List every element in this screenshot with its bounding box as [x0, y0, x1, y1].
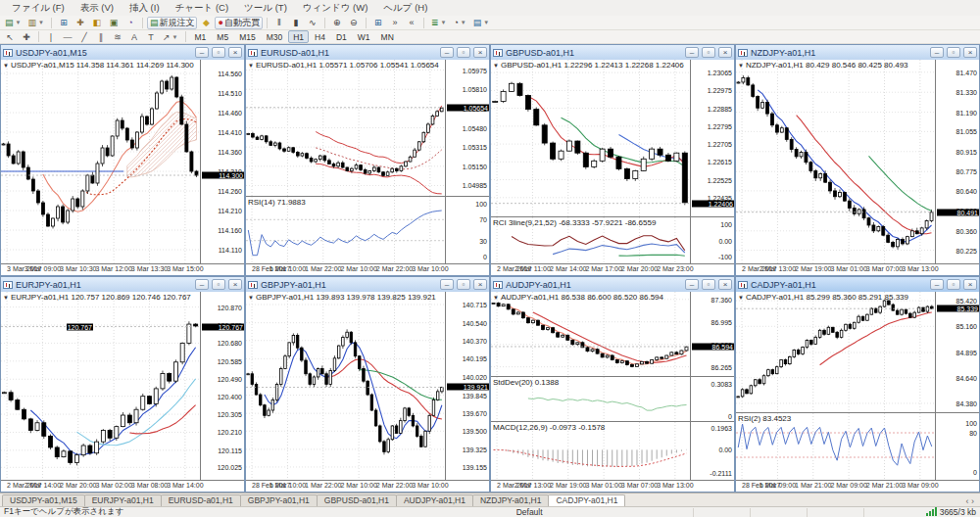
minimize-button[interactable]: –	[930, 47, 944, 58]
horizontal-line-button[interactable]: —	[60, 30, 75, 43]
chart-tab-nzdjpy-a01[interactable]: NZDJPY-a01,H1	[472, 494, 550, 506]
profiles-button[interactable]: ▥▼	[24, 17, 46, 29]
new-order-button[interactable]: ▤新規注文	[147, 17, 198, 29]
chart-canvas[interactable]: 120.767▼EURJPY-a01,H1 120.757 120.869 12…	[1, 292, 200, 480]
timeframe-mn-button[interactable]: MN	[376, 30, 399, 43]
menu-item-view[interactable]: 表示 (V)	[74, 1, 121, 16]
menu-item-help[interactable]: ヘルプ (H)	[376, 1, 434, 16]
chart-window-titlebar[interactable]: GBPJPY-a01,H1 – ▫ ×	[246, 277, 489, 292]
text-label-button[interactable]: T	[143, 30, 159, 43]
chart-tab-gbpjpy-a01[interactable]: GBPJPY-a01,H1	[240, 494, 318, 506]
price-axis[interactable]: 0.30830	[690, 377, 734, 421]
close-button[interactable]: ×	[963, 47, 977, 58]
time-axis[interactable]: 2 Mar 20172 Mar 13:002 Mar 19:003 Mar 01…	[736, 264, 979, 275]
bar-chart-button[interactable]: ǁ	[271, 17, 287, 29]
equidistant-channel-button[interactable]: ∥	[93, 30, 109, 43]
collapse-arrow-icon[interactable]: ▼	[493, 63, 499, 69]
fibonacci-button[interactable]: ≋	[110, 30, 125, 43]
time-axis[interactable]: 2 Mar 20172 Mar 13:002 Mar 19:003 Mar 01…	[491, 481, 734, 492]
close-button[interactable]: ×	[718, 47, 732, 58]
time-axis[interactable]: 2 Mar 20172 Mar 11:002 Mar 14:002 Mar 17…	[491, 264, 734, 275]
price-axis[interactable]: 120.870120.775120.680120.585120.490120.4…	[200, 292, 244, 480]
timeframe-h4-button[interactable]: H4	[310, 30, 330, 43]
chart-canvas[interactable]: RCI 3line(9,21,52) -68.3333 -57.9221 -86…	[491, 217, 690, 263]
chart-window-titlebar[interactable]: CADJPY-a01,H1 – ▫ ×	[736, 277, 979, 292]
chart-tab-usdjpy-a01[interactable]: USDJPY-a01,M15	[2, 494, 85, 506]
price-axis[interactable]: 10070300	[445, 197, 489, 263]
periods-button[interactable]: ◔▼	[450, 17, 468, 29]
candle-chart-button[interactable]: ▮	[288, 17, 304, 29]
restore-button[interactable]: ▫	[947, 47, 960, 58]
chart-canvas[interactable]: MACD(12,26,9) -0.0973 -0.1578	[491, 422, 690, 480]
timeframe-m15-button[interactable]: M15	[234, 30, 261, 43]
chart-window-titlebar[interactable]: AUDJPY-a01,H1 – ▫ ×	[491, 277, 734, 292]
metaeditor-button[interactable]: ◆	[198, 17, 214, 29]
vertical-line-button[interactable]: |	[43, 30, 59, 43]
restore-button[interactable]: ▫	[212, 279, 225, 290]
chart-canvas[interactable]: ▼GBPUSD-a01,H1 1.22296 1.22413 1.22268 1…	[491, 60, 690, 216]
new-chart-button[interactable]: ▤▼	[2, 17, 24, 29]
collapse-arrow-icon[interactable]: ▼	[248, 295, 254, 301]
collapse-arrow-icon[interactable]: ▼	[493, 295, 499, 301]
close-button[interactable]: ×	[718, 279, 732, 290]
restore-button[interactable]: ▫	[702, 279, 715, 290]
time-axis[interactable]: 28 Feb 20171 Mar 10:001 Mar 22:002 Mar 1…	[246, 264, 489, 275]
menu-item-file[interactable]: ファイル (F)	[5, 1, 72, 16]
timeframe-m30-button[interactable]: M30	[262, 30, 288, 43]
chart-window-titlebar[interactable]: USDJPY-a01,M15 – ▫ ×	[1, 45, 244, 60]
restore-button[interactable]: ▫	[702, 47, 715, 58]
chart-tab-audjpy-a01[interactable]: AUDJPY-a01,H1	[396, 494, 473, 506]
market-watch-button[interactable]: ⊞	[56, 17, 72, 29]
collapse-arrow-icon[interactable]: ▼	[3, 63, 9, 69]
restore-button[interactable]: ▫	[457, 47, 470, 58]
timeframe-w1-button[interactable]: W1	[353, 30, 375, 43]
text-button[interactable]: A	[126, 30, 142, 43]
close-button[interactable]: ×	[473, 47, 487, 58]
minimize-button[interactable]: –	[195, 279, 209, 290]
close-button[interactable]: ×	[473, 279, 487, 290]
zoom-out-button[interactable]: ⊖	[346, 17, 362, 29]
price-axis[interactable]: 0.19630.00-0.2111	[690, 422, 734, 480]
menu-item-chart[interactable]: チャート (C)	[169, 1, 236, 16]
menu-item-window[interactable]: ウィンドウ (W)	[296, 1, 375, 16]
collapse-arrow-icon[interactable]: ▼	[248, 63, 254, 69]
navigator-button[interactable]: ◧	[89, 17, 105, 29]
chart-tab-cadjpy-a01[interactable]: CADJPY-a01,H1	[548, 494, 625, 506]
tab-scroll-arrows[interactable]: ‹ ›	[962, 496, 979, 506]
time-axis[interactable]: 2 Mar 20172 Mar 14:002 Mar 20:003 Mar 02…	[1, 481, 244, 492]
price-axis[interactable]: 140.715140.540140.370140.195140.020139.8…	[445, 292, 489, 480]
line-chart-button[interactable]: ∿	[305, 17, 320, 29]
chart-window-titlebar[interactable]: NZDJPY-a01,H1 – ▫ ×	[736, 45, 979, 60]
close-button[interactable]: ×	[963, 279, 977, 290]
templates-button[interactable]: ▤▼	[470, 17, 492, 29]
tile-windows-button[interactable]: ⊞	[370, 17, 386, 29]
price-axis[interactable]: 100800	[935, 413, 979, 480]
trendline-button[interactable]: ╱	[76, 30, 92, 43]
chart-tab-gbpusd-a01[interactable]: GBPUSD-a01,H1	[317, 494, 397, 506]
status-profile[interactable]: Default	[516, 507, 693, 517]
indicators-button[interactable]: ≣▼	[428, 17, 450, 29]
chart-tab-eurjpy-a01[interactable]: EURJPY-a01,H1	[84, 494, 162, 506]
price-axis[interactable]: 1.059751.058101.056451.054801.053151.051…	[445, 60, 489, 196]
price-axis[interactable]: 114.560114.510114.460114.410114.360114.3…	[200, 60, 244, 263]
timeframe-d1-button[interactable]: D1	[331, 30, 352, 43]
chart-canvas[interactable]: ▼NZDJPY-a01,H1 80.429 80.546 80.425 80.4…	[736, 60, 935, 263]
minimize-button[interactable]: –	[685, 279, 699, 290]
price-axis[interactable]: 1000.00-100	[690, 217, 734, 263]
minimize-button[interactable]: –	[440, 47, 454, 58]
minimize-button[interactable]: –	[195, 47, 209, 58]
minimize-button[interactable]: –	[440, 279, 454, 290]
minimize-button[interactable]: –	[685, 47, 699, 58]
zoom-in-button[interactable]: ⊕	[329, 17, 345, 29]
chart-canvas[interactable]: ▼AUDJPY-a01,H1 86.538 86.600 86.520 86.5…	[491, 292, 690, 376]
price-axis[interactable]: 85.42085.16084.89584.64084.38085.339	[935, 292, 979, 412]
time-axis[interactable]: 28 Feb 20171 Mar 09:001 Mar 21:002 Mar 0…	[736, 481, 979, 492]
arrows-button[interactable]: ↗▼	[160, 30, 181, 43]
close-button[interactable]: ×	[228, 47, 242, 58]
restore-button[interactable]: ▫	[947, 279, 960, 290]
chart-tab-eurusd-a01[interactable]: EURUSD-a01,H1	[161, 494, 241, 506]
collapse-arrow-icon[interactable]: ▼	[738, 295, 744, 301]
chart-window-titlebar[interactable]: EURJPY-a01,H1 – ▫ ×	[1, 277, 244, 292]
cursor-button[interactable]: ↖	[2, 30, 18, 43]
timeframe-h1-button[interactable]: H1	[288, 30, 309, 43]
